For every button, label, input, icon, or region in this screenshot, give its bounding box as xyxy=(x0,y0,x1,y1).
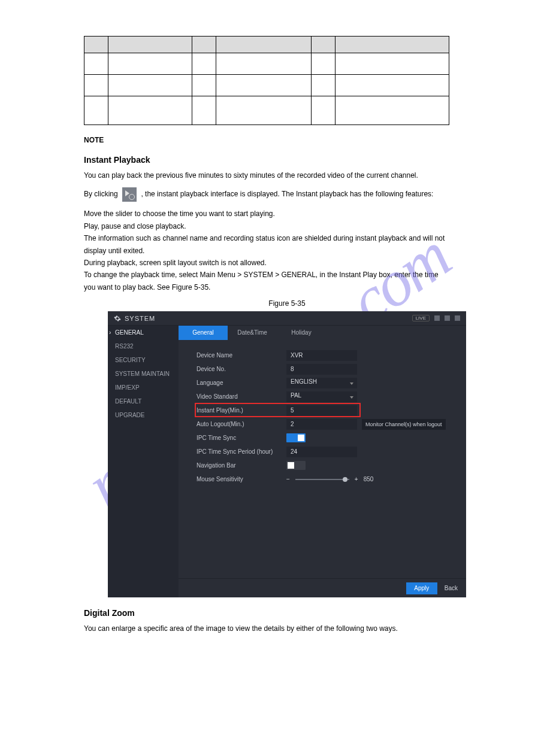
bullet-item: The information such as channel name and… xyxy=(84,232,451,257)
tab-date-time[interactable]: Date&Time xyxy=(228,326,277,340)
language-select[interactable]: ENGLISH xyxy=(286,378,357,388)
slider-minus-icon[interactable]: − xyxy=(286,476,290,482)
bullet-item: Move the slider to choose the time you w… xyxy=(84,208,451,220)
grid-icon[interactable] xyxy=(455,315,460,321)
sidebar-item-general[interactable]: GENERAL xyxy=(108,326,179,339)
device-no-input[interactable] xyxy=(286,364,357,375)
tab-general[interactable]: General xyxy=(179,326,228,340)
sentence-prefix: By clicking xyxy=(84,190,120,199)
instant-play-input[interactable] xyxy=(286,405,357,416)
bullet-item: Play, pause and close playback. xyxy=(84,220,451,232)
sidebar-item-system-maintain[interactable]: SYSTEM MAINTAIN xyxy=(108,367,179,381)
action-bar: Apply Back xyxy=(179,578,466,597)
slider-thumb[interactable] xyxy=(343,477,347,482)
bullet-item: To change the playback time, select Main… xyxy=(84,269,451,293)
icon-reference-table xyxy=(84,36,449,125)
mouse-sensitivity-value: 850 xyxy=(364,476,374,482)
section-digital-zoom-heading: Digital Zoom xyxy=(84,608,451,618)
window-titlebar: SYSTEM LIVE xyxy=(108,311,466,326)
digital-zoom-intro: You can enlarge a specific area of the i… xyxy=(84,623,451,634)
tab-holiday[interactable]: Holiday xyxy=(277,326,326,340)
feature-bullets: Move the slider to choose the time you w… xyxy=(84,208,451,293)
device-name-label: Device Name xyxy=(197,352,286,359)
user-icon[interactable] xyxy=(434,315,440,321)
sidebar: GENERAL RS232 SECURITY SYSTEM MAINTAIN I… xyxy=(108,326,179,597)
bullet-item: During playback, screen split layout swi… xyxy=(84,257,451,269)
instant-play-row-highlighted: Instant Play(Min.) xyxy=(197,403,455,417)
ipc-time-sync-toggle[interactable] xyxy=(286,433,306,442)
sidebar-item-default[interactable]: DEFAULT xyxy=(108,394,179,408)
navigation-bar-toggle[interactable] xyxy=(286,461,306,470)
exit-icon[interactable] xyxy=(445,315,450,321)
mouse-sensitivity-slider[interactable] xyxy=(295,479,349,480)
window-title: SYSTEM xyxy=(125,315,155,322)
auto-logout-input[interactable] xyxy=(286,419,357,430)
back-button[interactable]: Back xyxy=(445,585,458,591)
language-label: Language xyxy=(197,379,286,386)
gear-icon xyxy=(114,315,121,322)
ipc-time-sync-period-label: IPC Time Sync Period (hour) xyxy=(197,448,286,455)
video-standard-select[interactable]: PAL xyxy=(286,391,357,402)
instant-play-label: Instant Play(Min.) xyxy=(197,407,286,414)
sidebar-item-security[interactable]: SECURITY xyxy=(108,353,179,367)
live-badge: LIVE xyxy=(412,315,430,321)
ipc-time-sync-label: IPC Time Sync xyxy=(197,435,286,441)
apply-button[interactable]: Apply xyxy=(406,582,437,594)
sentence-suffix: , the instant playback interface is disp… xyxy=(141,190,433,199)
ipc-time-sync-period-input[interactable] xyxy=(286,447,357,457)
sidebar-item-upgrade[interactable]: UPGRADE xyxy=(108,408,179,422)
tab-bar: General Date&Time Holiday xyxy=(179,326,466,340)
instant-playback-icon-sentence: By clicking , the instant playback inter… xyxy=(84,187,451,202)
instant-playback-intro: You can play back the previous five minu… xyxy=(84,169,451,181)
auto-logout-label: Auto Logout(Min.) xyxy=(197,421,286,427)
navigation-bar-label: Navigation Bar xyxy=(197,462,286,469)
device-no-label: Device No. xyxy=(197,366,286,372)
sidebar-item-imp-exp[interactable]: IMP/EXP xyxy=(108,381,179,394)
slider-plus-icon[interactable]: + xyxy=(355,476,358,482)
system-settings-screenshot: SYSTEM LIVE GENERAL RS232 SECURITY SYSTE… xyxy=(108,311,466,597)
video-standard-label: Video Standard xyxy=(197,393,286,400)
sidebar-item-rs232[interactable]: RS232 xyxy=(108,339,179,353)
mouse-sensitivity-label: Mouse Sensitivity xyxy=(197,476,286,482)
device-name-input[interactable] xyxy=(286,350,357,361)
monitor-channels-button[interactable]: Monitor Channel(s) when logout xyxy=(362,419,446,430)
instant-playback-icon xyxy=(122,187,137,202)
note-label: NOTE xyxy=(84,136,451,144)
figure-caption: Figure 5-35 xyxy=(108,299,466,308)
section-instant-playback-heading: Instant Playback xyxy=(84,155,451,165)
